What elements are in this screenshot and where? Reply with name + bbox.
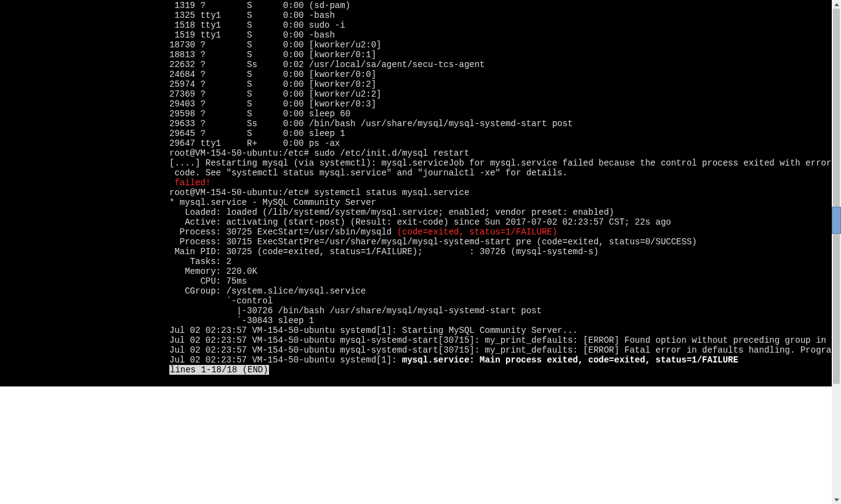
terminal-line: Jul 02 02:23:57 VM-154-50-ubuntu mysql-s… — [169, 345, 832, 355]
terminal-line: Tasks: 2 — [169, 257, 832, 266]
scrollbar-thumb[interactable] — [833, 9, 840, 384]
terminal-line: 18813 ? S 0:00 [kworker/0:1] — [169, 50, 832, 60]
terminal-line: 29647 tty1 R+ 0:00 ps -ax — [169, 138, 832, 148]
terminal-line: Memory: 220.0K — [169, 266, 832, 276]
terminal-line: code. See "systemctl status mysql.servic… — [169, 168, 832, 178]
terminal-line: [....] Restarting mysql (via systemctl):… — [169, 158, 832, 168]
terminal-line: 24684 ? S 0:00 [kworker/0:0] — [169, 70, 832, 79]
terminal-line: 18730 ? S 0:00 [kworker/u2:0] — [169, 40, 832, 50]
terminal-line: `-control — [169, 296, 832, 306]
terminal-line: root@VM-154-50-ubuntu:/etc# systemctl st… — [169, 188, 832, 198]
terminal-line: Jul 02 02:23:57 VM-154-50-ubuntu systemd… — [169, 355, 832, 365]
terminal-line: 29598 ? S 0:00 sleep 60 — [169, 109, 832, 119]
terminal-line: lines 1-18/18 (END) — [169, 365, 832, 375]
terminal-line: CPU: 75ms — [169, 276, 832, 286]
terminal-line: 1519 tty1 S 0:00 -bash — [169, 30, 832, 40]
terminal-line: Process: 30715 ExecStartPre=/usr/share/m… — [169, 237, 832, 247]
terminal-line: Active: activating (start-post) (Result:… — [169, 217, 832, 227]
terminal-line: 27369 ? S 0:00 [kworker/u2:2] — [169, 89, 832, 99]
scroll-down-button[interactable] — [832, 495, 841, 504]
chevron-up-icon — [834, 3, 839, 6]
vertical-scrollbar[interactable] — [832, 0, 841, 504]
terminal-line: 25974 ? S 0:00 [kworker/0:2] — [169, 79, 832, 89]
terminal-line: 1518 tty1 S 0:00 sudo -i — [169, 20, 832, 30]
terminal-line: Jul 02 02:23:57 VM-154-50-ubuntu mysql-s… — [169, 335, 832, 345]
terminal-line: |-30726 /bin/bash /usr/share/mysql/mysql… — [169, 306, 832, 316]
pager-status: lines 1-18/18 (END) — [169, 365, 269, 375]
terminal-line: Loaded: loaded (/lib/systemd/system/mysq… — [169, 207, 832, 217]
terminal-line: 29403 ? S 0:00 [kworker/0:3] — [169, 99, 832, 109]
page-viewport: 1319 ? S 0:00 (sd-pam) 1325 tty1 S 0:00 … — [0, 0, 841, 504]
terminal-output[interactable]: 1319 ? S 0:00 (sd-pam) 1325 tty1 S 0:00 … — [0, 0, 832, 386]
terminal-line: Main PID: 30725 (code=exited, status=1/F… — [169, 247, 832, 257]
terminal-line: 29645 ? S 0:00 sleep 1 — [169, 129, 832, 138]
terminal-line: * mysql.service - MySQL Community Server — [169, 198, 832, 207]
terminal-line: Jul 02 02:23:57 VM-154-50-ubuntu systemd… — [169, 326, 832, 335]
terminal-line: 1319 ? S 0:00 (sd-pam) — [169, 1, 832, 10]
terminal-line: 29633 ? Ss 0:00 /bin/bash /usr/share/mys… — [169, 119, 832, 129]
ime-indicator[interactable] — [832, 207, 841, 234]
terminal-line: root@VM-154-50-ubuntu:/etc# sudo /etc/in… — [169, 148, 832, 158]
terminal-line: `-30843 sleep 1 — [169, 316, 832, 326]
chevron-down-icon — [834, 498, 839, 502]
terminal-line: 22632 ? Ss 0:02 /usr/local/sa/agent/secu… — [169, 60, 832, 70]
terminal-line: CGroup: /system.slice/mysql.service — [169, 286, 832, 296]
terminal-line: Process: 30725 ExecStart=/usr/sbin/mysql… — [169, 227, 832, 237]
terminal-line: 1325 tty1 S 0:00 -bash — [169, 10, 832, 20]
terminal-line: failed! — [169, 178, 832, 188]
scroll-up-button[interactable] — [832, 0, 841, 9]
